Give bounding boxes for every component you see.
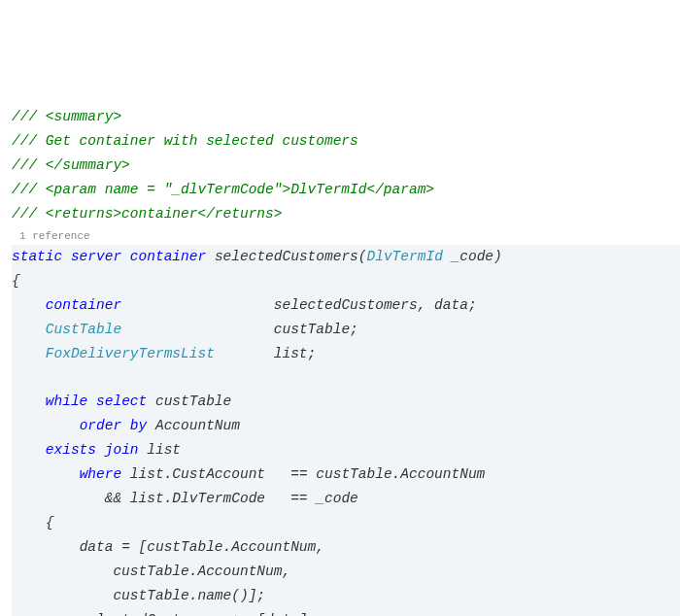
where-expr: list.CustAccount — [130, 466, 265, 482]
var-decl: custTable; — [274, 322, 358, 337]
empty-line — [12, 370, 20, 386]
keyword-by: by — [130, 418, 147, 433]
operator: == — [290, 466, 307, 482]
doc-comment-line: /// <summary> — [12, 109, 121, 124]
keyword-while: while — [46, 394, 88, 409]
type-container: container — [46, 297, 121, 313]
join-var: list — [147, 442, 181, 458]
operator: == — [290, 491, 307, 506]
assignment: custTable.AccountNum, — [113, 564, 290, 579]
method-body[interactable]: static server container selectedCustomer… — [12, 245, 680, 616]
brace: { — [12, 273, 20, 289]
where-expr: _code — [316, 491, 358, 506]
method-name: selectedCustomers — [215, 249, 358, 264]
operator-and: && — [105, 491, 121, 506]
reference-count[interactable]: 1 reference — [12, 225, 680, 244]
type-custtable: CustTable — [46, 322, 121, 337]
keyword-join: join — [105, 442, 139, 458]
orderby-field: AccountNum — [155, 418, 240, 433]
var-decl: selectedCustomers, data; — [274, 297, 477, 313]
doc-comment-line: /// Get container with selected customer… — [12, 133, 358, 149]
where-expr: custTable.AccountNum — [316, 466, 485, 482]
type-list: FoxDeliveryTermsList — [46, 346, 215, 361]
keyword-select: select — [96, 394, 147, 409]
keyword-where: where — [80, 466, 122, 482]
keyword-server: server — [71, 249, 121, 264]
doc-comment-line: /// <param name = "_dlvTermCode">DlvTerm… — [12, 182, 434, 197]
param-type: DlvTermId — [367, 249, 443, 264]
brace: { — [46, 515, 54, 530]
editor-view: /// <summary> /// Get container with sel… — [12, 105, 680, 616]
param-name: _code — [452, 249, 494, 264]
doc-comment-line: /// </summary> — [12, 157, 130, 173]
select-var: custTable — [155, 394, 231, 409]
keyword-exists: exists — [46, 442, 96, 458]
keyword-order: order — [80, 418, 122, 433]
assignment: custTable.name()]; — [113, 588, 265, 603]
keyword-static: static — [12, 249, 62, 264]
where-expr: list.DlvTermCode — [130, 491, 265, 506]
var-decl: list; — [274, 346, 317, 361]
keyword-container: container — [130, 249, 206, 264]
doc-comment-line: /// <returns>container</returns> — [12, 206, 282, 222]
assignment: selectedCustomers += [data]; — [80, 612, 317, 616]
assignment: data = [custTable.AccountNum, — [80, 539, 324, 555]
